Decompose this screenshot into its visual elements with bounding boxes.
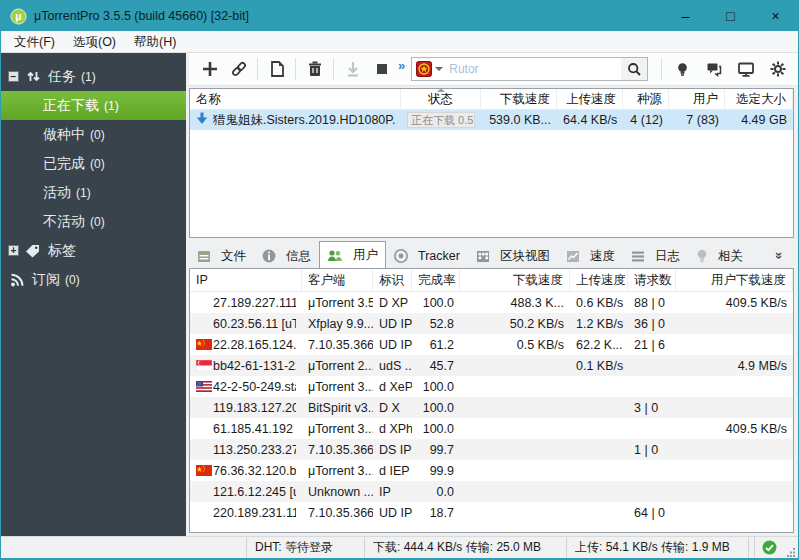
- sidebar-item-labels[interactable]: +标签: [1, 236, 186, 265]
- menu-options[interactable]: 选项(O): [64, 31, 125, 53]
- sidebar-item-seeding[interactable]: 做种中(0): [1, 120, 186, 149]
- search-input[interactable]: [449, 62, 621, 76]
- peer-row[interactable]: 27.189.227.111 [...μTorrent 3.5D XP100.0…: [190, 292, 793, 313]
- column-header-down[interactable]: 下载速度: [481, 89, 557, 110]
- peer-flags-cell: d XeP: [373, 380, 412, 394]
- search-engine-dropdown-icon[interactable]: [435, 67, 443, 71]
- peer-ip-cell: 61.185.41.192 [u...: [190, 422, 302, 436]
- peer-ip: 60.23.56.11 [uTP]: [213, 317, 296, 331]
- peer-client-cell: μTorrent 3....: [302, 422, 373, 436]
- add-link-button[interactable]: [224, 56, 253, 82]
- peer-row[interactable]: 119.183.127.207BitSpirit v3....D X100.03…: [190, 397, 793, 418]
- torrent-name-cell: 猎鬼姐妹.Sisters.2019.HD1080P.X...: [190, 112, 401, 129]
- peer-row[interactable]: 76.36.32.120.bro...μTorrent 3....d IEP99…: [190, 460, 793, 481]
- close-button[interactable]: ×: [753, 1, 798, 31]
- torrent-up-cell: 64.4 KB/s: [557, 113, 623, 127]
- column-header-size[interactable]: 选定大小: [725, 89, 793, 110]
- torrent-peers-cell: 7 (83): [669, 113, 725, 127]
- peer-row[interactable]: bb42-61-131-22...μTorrent 2....udS ...45…: [190, 355, 793, 376]
- tab-label: 相关: [718, 248, 743, 265]
- column-header-down[interactable]: 下载速度: [460, 269, 570, 292]
- peer-client-cell: 7.10.35.366: [302, 506, 373, 520]
- tab-label: 信息: [286, 248, 311, 265]
- torrent-row[interactable]: 猎鬼姐妹.Sisters.2019.HD1080P.X...正在下载 0.5 %…: [190, 110, 793, 130]
- column-header-up[interactable]: 上传速度: [557, 89, 623, 110]
- column-header-req[interactable]: 请求数: [628, 269, 676, 292]
- peer-row[interactable]: 22.28.165.124.ad...7.10.35.366UD IP61.20…: [190, 334, 793, 355]
- sidebar-item-inactive[interactable]: 不活动(0): [1, 207, 186, 236]
- peer-ip-cell: 60.23.56.11 [uTP]: [190, 317, 302, 331]
- column-header-pct[interactable]: 完成率: [412, 269, 460, 292]
- minimize-button[interactable]: –: [663, 1, 708, 31]
- column-header-client[interactable]: 客户端: [302, 269, 373, 292]
- tab-速度[interactable]: 速度: [558, 243, 623, 268]
- tab-文件[interactable]: 文件: [189, 243, 254, 268]
- svg-text:μ: μ: [15, 11, 21, 22]
- peer-flags-cell: D X: [373, 401, 412, 415]
- torrent-status-cell: 正在下载 0.5 %: [401, 112, 481, 128]
- column-header-flags[interactable]: 标识: [373, 269, 412, 292]
- collapse-detail-button[interactable]: »: [768, 245, 792, 265]
- settings-gear-icon[interactable]: [762, 56, 794, 82]
- peer-row[interactable]: 61.185.41.192 [u...μTorrent 3....d XPh10…: [190, 418, 793, 439]
- peer-ip-cell: 119.183.127.207: [190, 401, 302, 415]
- peer-flags-cell: UD IP: [373, 506, 412, 520]
- tab-区块视图[interactable]: 区块视图: [468, 243, 558, 268]
- column-header-status[interactable]: 状态: [401, 89, 481, 110]
- peer-req-cell: 3 | 0: [628, 401, 676, 415]
- start-button[interactable]: [338, 56, 367, 82]
- remote-bulb-button[interactable]: [666, 56, 698, 82]
- sidebar-item-downloading[interactable]: 正在下载(1): [1, 91, 186, 120]
- peer-up-cell: 0.6 KB/s: [570, 296, 628, 310]
- peer-ip-cell: 76.36.32.120.bro...: [190, 464, 302, 478]
- sidebar-item-completed[interactable]: 已完成(0): [1, 149, 186, 178]
- search-icon[interactable]: [621, 58, 647, 80]
- peer-row[interactable]: 42-2-50-249.stat...μTorrent 3....d XeP10…: [190, 376, 793, 397]
- collapse-icon[interactable]: −: [8, 71, 19, 82]
- peer-client-cell: μTorrent 3.5: [302, 296, 373, 310]
- peer-row[interactable]: 113.250.233.27 [...7.10.35.366DS IP99.71…: [190, 439, 793, 460]
- column-header-seeds[interactable]: 种源: [623, 89, 669, 110]
- menu-file[interactable]: 文件(F): [5, 31, 64, 53]
- tab-用户[interactable]: 用户: [319, 241, 386, 268]
- create-torrent-button[interactable]: [262, 56, 291, 82]
- column-header-ip[interactable]: IP: [190, 269, 302, 292]
- sidebar-item-feeds[interactable]: 订阅(0): [1, 265, 186, 294]
- menu-help[interactable]: 帮助(H): [125, 31, 185, 53]
- sidebar-item-label: 已完成: [43, 155, 85, 173]
- maximize-button[interactable]: □: [708, 1, 753, 31]
- peer-row[interactable]: 121.6.12.245 [uTP]Unknown ...IP0.0: [190, 481, 793, 502]
- sidebar-item-count: (1): [76, 186, 91, 200]
- tab-日志[interactable]: 日志: [623, 243, 688, 268]
- add-torrent-button[interactable]: [195, 56, 224, 82]
- peer-client-cell: Xfplay 9.9....: [302, 317, 373, 331]
- sidebar-item-label: 标签: [48, 242, 76, 260]
- peer-pct-cell: 52.8: [412, 317, 460, 331]
- peers-header: IP客户端标识完成率下载速度上传速度请求数用户下载速度: [190, 269, 793, 292]
- peer-row[interactable]: 220.189.231.118 ...7.10.35.366UD IP18.76…: [190, 502, 793, 523]
- column-header-peers[interactable]: 用户: [669, 89, 725, 110]
- sidebar-item-active[interactable]: 活动(1): [1, 178, 186, 207]
- column-header-udl[interactable]: 用户下载速度: [676, 269, 793, 292]
- remove-torrent-button[interactable]: [300, 56, 329, 82]
- tab-相关[interactable]: 相关: [688, 243, 751, 268]
- tab-Tracker[interactable]: Tracker: [386, 243, 468, 268]
- column-header-up[interactable]: 上传速度: [570, 269, 628, 292]
- column-header-name[interactable]: 名称: [190, 89, 401, 110]
- search-engine-icon[interactable]: [416, 61, 432, 77]
- expand-icon[interactable]: +: [8, 245, 19, 256]
- titlebar: μ μTorrentPro 3.5.5 (build 45660) [32-bi…: [1, 1, 798, 31]
- tab-信息[interactable]: 信息: [254, 243, 319, 268]
- toolbar: »: [189, 53, 798, 86]
- peer-client-cell: BitSpirit v3....: [302, 401, 373, 415]
- peer-pct-cell: 100.0: [412, 401, 460, 415]
- peer-up-cell: 1.2 KB/s: [570, 317, 628, 331]
- toolbar-overflow-chevron[interactable]: »: [398, 58, 405, 73]
- remote-devices-button[interactable]: [730, 56, 762, 82]
- peer-row[interactable]: 60.23.56.11 [uTP]Xfplay 9.9....UD IP52.8…: [190, 313, 793, 334]
- sidebar-item-label: 不活动: [43, 213, 85, 231]
- resize-grip[interactable]: [784, 537, 798, 559]
- stop-button[interactable]: [367, 56, 396, 82]
- sidebar-item-tasks[interactable]: −任务(1): [1, 62, 186, 91]
- chat-button[interactable]: [698, 56, 730, 82]
